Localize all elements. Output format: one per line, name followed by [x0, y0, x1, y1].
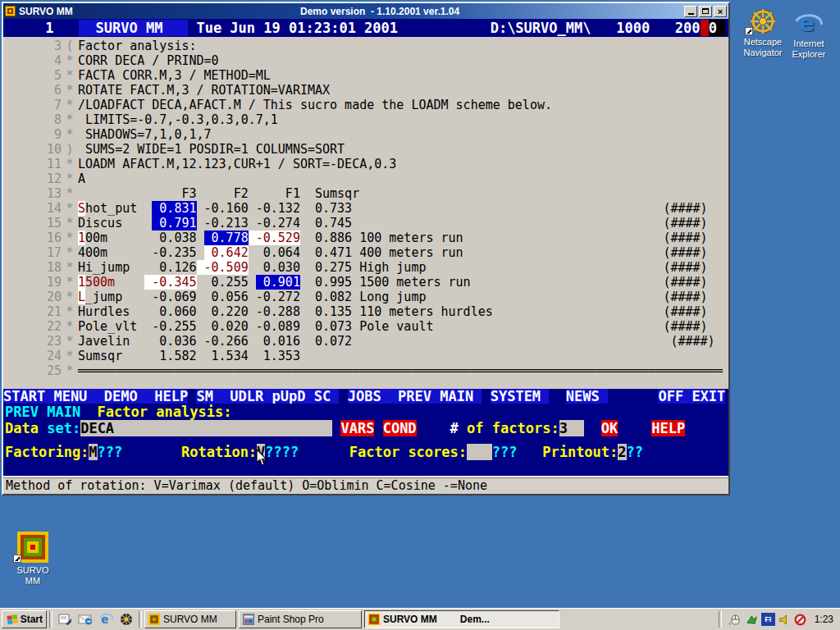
text-segment: LIMITS=-0.7,-0.3,0.3,0.7,1: [78, 112, 278, 127]
tray-mouse-icon[interactable]: [728, 613, 742, 626]
text-segment: (####): [426, 260, 707, 275]
titlebar[interactable]: SURVO MM Demo version - 1.10.2001 ver.1.…: [3, 3, 728, 19]
editor-line-text: Shot_put 0.831 -0.160 -0.132 0.733 (####…: [78, 201, 708, 216]
editor-line-text: SUMS=2 WIDE=1 POSDIR=1 COLUMNS=SORT: [78, 142, 345, 157]
text-segment: /LOADFACT DECA,AFACT.M / This sucro made…: [78, 98, 552, 112]
taskbar-separator: [49, 611, 52, 628]
editor-line-text: Javelin 0.036 -0.266 0.016 0.072 (####): [78, 334, 715, 349]
taskbar-separator: [719, 611, 722, 628]
control-column: *: [62, 68, 78, 83]
ok-button[interactable]: OK: [601, 420, 618, 436]
text-segment: 0.255: [197, 275, 256, 290]
text-segment: Pole_vlt -0.255 0.020 -0.089 0.073 Pole …: [78, 319, 433, 334]
editor-line: 16*100m 0.038 0.778 -0.529 0.886 100 met…: [3, 231, 728, 245]
shortcut-arrow-icon: [13, 555, 21, 563]
line-number: 25: [3, 363, 62, 378]
line-number: 7: [3, 98, 62, 112]
input-field[interactable]: DECA: [80, 420, 332, 436]
control-column: *: [62, 231, 78, 245]
text-segment: Factor analysis:: [78, 39, 197, 53]
icon-label: Netscape: [738, 37, 788, 48]
show-desktop-icon[interactable]: [57, 611, 73, 628]
menu-item-group[interactable]: START MENU DEMO HELP: [3, 389, 188, 404]
survo-menu-row[interactable]: START MENU DEMO HELP SM UDLR pUpD SC JOB…: [3, 389, 728, 404]
input-field[interactable]: 3: [559, 420, 585, 436]
editor-line: 8* LIMITS=-0.7,-0.3,0.3,0.7,1: [3, 112, 728, 127]
editor-line-text: Pole_vlt -0.255 0.020 -0.089 0.073 Pole …: [78, 319, 708, 334]
cond-button[interactable]: COND: [383, 420, 417, 436]
input-field[interactable]: 2: [618, 444, 626, 460]
svg-text:e: e: [799, 10, 815, 36]
editor-line: 11*LOADM AFACT.M,12.123,CUR+1 / SORT=-DE…: [3, 157, 728, 171]
text-segment: 0: [709, 20, 725, 36]
shadowed-cell: 0.642: [204, 245, 249, 260]
close-button[interactable]: ×: [714, 6, 727, 17]
vars-button[interactable]: VARS: [340, 420, 374, 436]
text-segment: [608, 389, 658, 404]
tray-volume-icon[interactable]: [778, 614, 791, 626]
keyboard-language-indicator[interactable]: FI: [761, 613, 775, 626]
control-column: *: [62, 201, 78, 216]
line-number: 12: [3, 171, 62, 186]
line-number: 21: [3, 304, 62, 319]
text-segment: F3 F2 F1 Sumsqr: [78, 186, 359, 201]
desktop-icon-internet-explorer[interactable]: e InternetExplorer: [784, 8, 833, 60]
highlighted-cell: 0.831: [152, 201, 196, 216]
editor-line-text: Factor analysis:: [78, 39, 197, 53]
tray-blocked-icon[interactable]: [794, 614, 806, 626]
icon-label: Internet: [784, 39, 833, 49]
dialog-options-row: Factoring:M??? Rotation:V???? Factor sco…: [3, 443, 728, 461]
mouse-cursor: [256, 449, 268, 467]
text-segment: [482, 389, 490, 404]
maximize-button[interactable]: [699, 6, 712, 17]
text-segment: SUMS=2 WIDE=1 POSDIR=1 COLUMNS=SORT: [78, 142, 345, 157]
control-column: *: [62, 53, 78, 68]
tray-display-icon[interactable]: [746, 614, 758, 626]
netscape-icon[interactable]: [118, 611, 135, 628]
line-number: 22: [3, 319, 62, 334]
text-segment: Tue Jun 19 01:23:01 2001: [188, 20, 398, 36]
desktop-icon-netscape[interactable]: NetscapeNavigator: [738, 7, 788, 58]
desktop-icon-survo-mm[interactable]: SURVO MM: [8, 528, 57, 587]
taskbar-task-survo-mm[interactable]: SURVO MM: [144, 610, 236, 628]
input-field[interactable]: [467, 444, 492, 460]
editor-line: 19*1500m -0.345 0.255 0.901 0.995 1500 m…: [3, 275, 728, 290]
text-segment: [584, 420, 600, 436]
editor-line: 20*L_jump -0.069 0.056 -0.272 0.082 Long…: [3, 290, 728, 304]
editor-line-text: LIMITS=-0.7,-0.3,0.3,0.7,1: [78, 112, 278, 127]
editor-line-text: ════════════════════════════════════════…: [78, 363, 723, 378]
editor-line: 12*A: [3, 171, 728, 186]
menu-item-group[interactable]: NEWS: [566, 389, 608, 404]
text-segment: LOADM AFACT.M,12.123,CUR+1 / SORT=-DECA,…: [78, 157, 396, 171]
menu-item-group[interactable]: JOBS PREV MAIN: [348, 389, 482, 404]
text-segment: (####): [352, 334, 715, 349]
menu-item-group[interactable]: SM UDLR pUpD SC: [196, 389, 339, 404]
input-field[interactable]: M: [89, 444, 97, 460]
survo-app-icon: [5, 6, 16, 16]
text-segment: (####): [352, 216, 707, 231]
internet-explorer-icon[interactable]: e: [98, 611, 114, 628]
editor-line: 22*Pole_vlt -0.255 0.020 -0.089 0.073 Po…: [3, 319, 728, 334]
help-button[interactable]: HELP: [651, 420, 685, 436]
taskbar-task-paint-shop-pro[interactable]: Paint Shop Pro: [239, 610, 362, 628]
editor-area[interactable]: 3(Factor analysis:4*CORR DECA / PRIND=05…: [3, 37, 728, 389]
editor-line: 21*Hurdles 0.060 0.220 -0.288 0.135 110 …: [3, 304, 728, 319]
line-number: 3: [3, 39, 62, 53]
outlook-express-icon[interactable]: [77, 611, 94, 628]
start-button[interactable]: Start: [2, 610, 47, 628]
dialog-area: PREV MAIN Factor analysis: Data set:DECA…: [3, 404, 728, 476]
menu-item-group[interactable]: SYSTEM: [491, 389, 550, 404]
text-segment: -0.160 -0.132 0.733: [197, 201, 353, 216]
text-segment: [339, 389, 347, 404]
minimize-button[interactable]: [684, 6, 697, 17]
text-segment: PREV MAIN: [5, 404, 80, 420]
text-segment: (####): [493, 304, 708, 319]
minimize-icon: [688, 13, 694, 15]
menu-item-group[interactable]: OFF EXIT: [658, 389, 725, 404]
control-column: *: [62, 127, 78, 142]
control-column: (: [62, 39, 78, 53]
taskbar-separator: [139, 611, 142, 628]
system-tray: FI 1:23: [716, 611, 838, 628]
highlighted-cell: 0.778: [204, 231, 249, 245]
taskbar-task-survo-mm-active[interactable]: SURVO MM Dem...: [364, 610, 559, 628]
